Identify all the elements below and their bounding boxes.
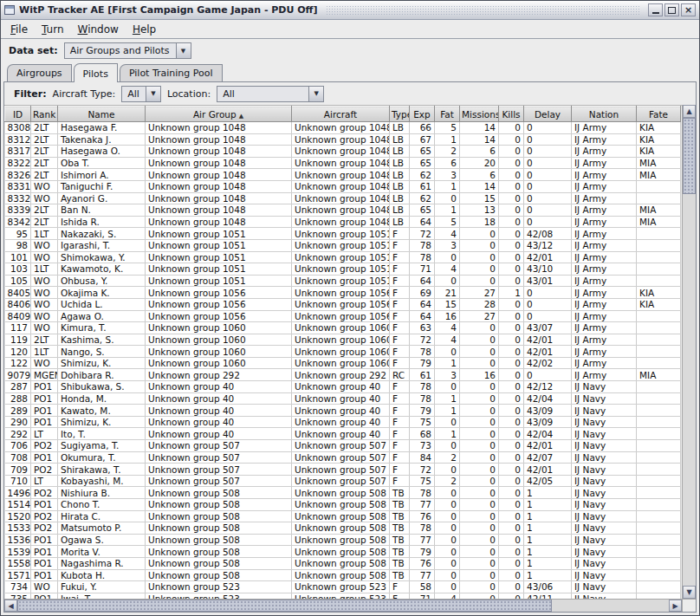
table-row[interactable]: 8332WOAyanori G.Unknown group 1048Unknow…: [5, 192, 681, 204]
table-row[interactable]: 1536PO1Ogawa S.Unknown group 508Unknown …: [5, 534, 681, 546]
table-row[interactable]: 1571PO1Kubota H.Unknown group 508Unknown…: [5, 569, 681, 581]
chevron-down-icon[interactable]: ▼: [308, 87, 323, 101]
dataset-row: Data set: Air Groups and Pilots ▼: [1, 39, 699, 62]
table-row[interactable]: 83262LTIshimori A.Unknown group 1048Unkn…: [5, 169, 681, 181]
table-row[interactable]: 290PO1Shimizu, K.Unknown group 40Unknown…: [5, 416, 681, 428]
column-header-nation[interactable]: Nation: [572, 107, 637, 122]
cell-delay: 0: [524, 369, 572, 381]
table-row[interactable]: 1520PO2Hirata C.Unknown group 508Unknown…: [5, 510, 681, 522]
cell-fate: [637, 510, 681, 522]
minimize-button[interactable]: [648, 3, 663, 16]
menu-window[interactable]: Window: [71, 22, 126, 37]
table-row[interactable]: 710LTKobayashi, M.Unknown group 507Unkno…: [5, 475, 681, 487]
cell-fat: 0: [435, 416, 460, 428]
column-header-air-group[interactable]: Air Group▲: [146, 107, 292, 122]
cell-delay: 42/11: [524, 593, 572, 599]
table-row[interactable]: 1514PO1Chono T.Unknown group 508Unknown …: [5, 499, 681, 511]
table-row[interactable]: 1496PO2Nishiura B.Unknown group 508Unkno…: [5, 487, 681, 499]
table-row[interactable]: 951LTNakazaki, S.Unknown group 1051Unkno…: [5, 228, 681, 240]
column-header-fate[interactable]: Fate: [637, 107, 681, 122]
scroll-down-icon[interactable]: ▼: [683, 586, 696, 599]
table-row[interactable]: 1201LTNango, S.Unknown group 1060Unknown…: [5, 346, 681, 358]
column-header-kills[interactable]: Kills: [499, 107, 524, 122]
menu-help[interactable]: Help: [126, 22, 163, 37]
column-header-id[interactable]: ID: [5, 107, 31, 122]
table-row[interactable]: 709PO2Shirakawa, T.Unknown group 507Unkn…: [5, 464, 681, 476]
cell-delay: 0: [524, 146, 572, 158]
table-row[interactable]: 8331WOTaniguchi F.Unknown group 1048Unkn…: [5, 180, 681, 192]
table-row[interactable]: 735PO1Iwai, T.Unknown group 523Unknown g…: [5, 593, 681, 599]
horizontal-scroll-thumb[interactable]: [17, 600, 552, 612]
column-header-missions[interactable]: Missions: [460, 107, 499, 122]
column-header-exp[interactable]: Exp: [410, 107, 435, 122]
table-row[interactable]: 1031LTKawamoto, K.Unknown group 1051Unkn…: [5, 263, 681, 276]
horizontal-scroll-track[interactable]: [17, 600, 669, 612]
table-row[interactable]: 1539PO1Morita V.Unknown group 508Unknown…: [5, 546, 681, 558]
cell-fate: [637, 275, 681, 287]
location-filter-combo[interactable]: All ▼: [217, 86, 324, 102]
title-bar[interactable]: WitP Tracker AE [First Campaign Game Jap…: [1, 1, 699, 20]
tab-pilots[interactable]: Pilots: [74, 63, 118, 82]
cell-fate: [637, 263, 681, 276]
table-row[interactable]: 8406WOUchida L.Unknown group 1056Unknown…: [5, 298, 681, 310]
tab-airgroups[interactable]: Airgroups: [7, 64, 72, 81]
table-row[interactable]: 288PO1Honda, M.Unknown group 40Unknown g…: [5, 392, 681, 405]
aircraft-type-filter-combo[interactable]: All ▼: [121, 86, 161, 102]
scroll-left-icon[interactable]: ◀: [4, 600, 17, 612]
cell-aircraft: Unknown group 40: [292, 428, 390, 440]
table-row[interactable]: 8405WOOkajima K.Unknown group 1056Unknow…: [5, 287, 681, 299]
table-row[interactable]: 122WOShimizu, K.Unknown group 1060Unknow…: [5, 357, 681, 369]
table-row[interactable]: 83222LTOba T.Unknown group 1048Unknown g…: [5, 157, 681, 169]
column-header-name[interactable]: Name: [58, 107, 146, 122]
vertical-scrollbar[interactable]: ▲ ▼: [682, 105, 696, 599]
table-row[interactable]: 708PO1Okumura, T.Unknown group 507Unknow…: [5, 451, 681, 464]
column-header-rank[interactable]: Rank: [31, 107, 58, 122]
table-row[interactable]: 83422LTIshida R.Unknown group 1048Unknow…: [5, 216, 681, 228]
table-row[interactable]: 83122LTTakenaka J.Unknown group 1048Unkn…: [5, 133, 681, 146]
table-row[interactable]: 101WOShimokawa, Y.Unknown group 1051Unkn…: [5, 251, 681, 263]
table-row[interactable]: 9079MGENDohibara R.Unknown group 292Unkn…: [5, 369, 681, 381]
table-row[interactable]: 83392LTBan N.Unknown group 1048Unknown g…: [5, 204, 681, 217]
table-row[interactable]: 292LTIto, T.Unknown group 40Unknown grou…: [5, 428, 681, 440]
cell-kills: 0: [499, 346, 524, 358]
close-button[interactable]: ×: [681, 3, 696, 16]
table-row[interactable]: 734WOFukui, Y.Unknown group 523Unknown g…: [5, 581, 681, 593]
column-header-aircraft[interactable]: Aircraft: [292, 107, 390, 122]
table-row[interactable]: 105WOOhbusa, Y.Unknown group 1051Unknown…: [5, 275, 681, 287]
table-row[interactable]: 1558PO1Nagashima R.Unknown group 508Unkn…: [5, 557, 681, 569]
table-row[interactable]: 117WOKimura, T.Unknown group 1060Unknown…: [5, 322, 681, 334]
scroll-right-icon[interactable]: ▶: [669, 600, 682, 612]
column-header-type[interactable]: Type: [390, 107, 410, 122]
maximize-button[interactable]: [664, 3, 679, 16]
column-header-fat[interactable]: Fat: [435, 107, 460, 122]
cell-type: F: [390, 298, 410, 310]
table-row[interactable]: 1533PO2Matsumoto P.Unknown group 508Unkn…: [5, 522, 681, 535]
cell-aircraft: Unknown group 1060: [292, 346, 390, 358]
chevron-down-icon[interactable]: ▼: [146, 87, 160, 101]
table-row[interactable]: 83082LTHasegawa F.Unknown group 1048Unkn…: [5, 122, 681, 134]
pilots-table: IDRankNameAir Group▲AircraftTypeExpFatMi…: [4, 106, 681, 599]
tab-pilot-training-pool[interactable]: Pilot Training Pool: [120, 64, 223, 81]
table-row[interactable]: 287PO1Shibukawa, S.Unknown group 40Unkno…: [5, 381, 681, 393]
menu-turn[interactable]: Turn: [35, 22, 70, 37]
table-row[interactable]: 98WOIgarashi, T.Unknown group 1051Unknow…: [5, 239, 681, 251]
horizontal-scrollbar[interactable]: ◀ ▶: [4, 599, 682, 612]
column-header-delay[interactable]: Delay: [524, 107, 572, 122]
vertical-scroll-thumb[interactable]: [683, 118, 696, 194]
table-row[interactable]: 289PO1Kawato, M.Unknown group 40Unknown …: [5, 405, 681, 417]
cell-type: TB: [390, 546, 410, 558]
table-row[interactable]: 83172LTHasegawa O.Unknown group 1048Unkn…: [5, 146, 681, 158]
table-row[interactable]: 706PO2Sugiyama, T.Unknown group 507Unkno…: [5, 440, 681, 452]
cell-delay: 42/01: [524, 251, 572, 263]
cell-type: LB: [390, 192, 410, 204]
menu-file[interactable]: File: [3, 22, 35, 37]
cell-fate: [637, 534, 681, 546]
chevron-down-icon[interactable]: ▼: [176, 43, 191, 58]
vertical-scroll-track[interactable]: [683, 118, 696, 586]
cell-kills: 0: [499, 487, 524, 499]
scroll-up-icon[interactable]: ▲: [683, 105, 696, 118]
dataset-combo[interactable]: Air Groups and Pilots ▼: [64, 42, 191, 59]
table-row[interactable]: 8409WOAgawa O.Unknown group 1056Unknown …: [5, 310, 681, 322]
table-row[interactable]: 1192LTKashima, S.Unknown group 1060Unkno…: [5, 334, 681, 346]
cell-kills: 0: [499, 322, 524, 334]
